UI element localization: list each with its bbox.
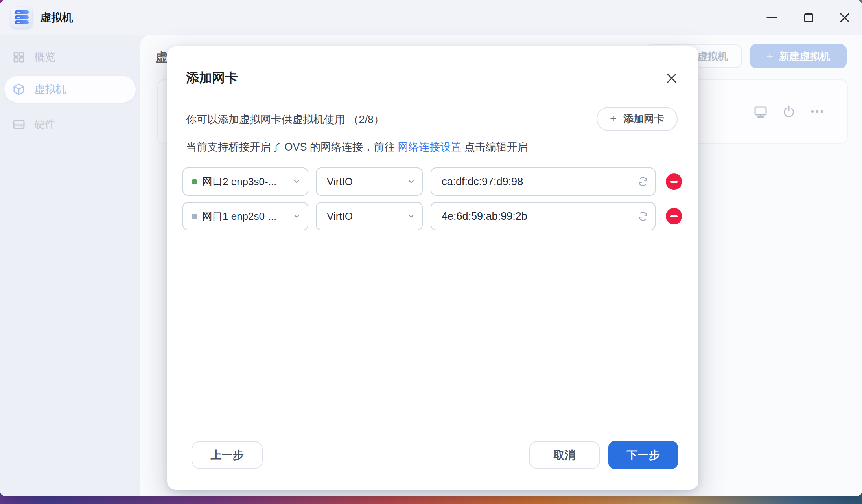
cancel-button[interactable]: 取消	[529, 441, 600, 469]
mac-address-input[interactable]	[431, 202, 656, 230]
model-select[interactable]: VirtIO	[316, 167, 423, 196]
sidebar-item-overview[interactable]: 概览	[4, 44, 136, 70]
chevron-down-icon	[294, 214, 300, 218]
plus-icon: +	[766, 50, 774, 63]
modal-title: 添加网卡	[186, 69, 238, 87]
create-vm-button-label: 新建虚拟机	[779, 50, 830, 63]
cancel-label: 取消	[554, 448, 576, 463]
mac-field-wrap	[431, 202, 656, 230]
note-prefix: 当前支持桥接开启了 OVS 的网络连接，前往	[186, 141, 398, 153]
close-window-button[interactable]	[838, 11, 851, 24]
maximize-icon	[804, 13, 813, 22]
cube-icon	[12, 83, 26, 96]
sidebar-item-hardware[interactable]: 硬件	[4, 111, 136, 138]
model-select-value: VirtIO	[327, 176, 353, 188]
desktop: 虚拟机 概览	[0, 0, 862, 504]
monitor-icon	[753, 104, 768, 120]
create-vm-button[interactable]: + 新建虚拟机	[750, 44, 847, 68]
status-dot	[192, 214, 197, 219]
maximize-button[interactable]	[802, 11, 815, 24]
power-icon	[781, 104, 797, 120]
port-select-value: 网口2 enp3s0-...	[202, 175, 276, 189]
add-nic-button-label: 添加网卡	[623, 112, 664, 126]
next-step-button[interactable]: 下一步	[608, 441, 678, 469]
grid-icon	[12, 50, 26, 64]
model-select-value: VirtIO	[327, 210, 353, 223]
network-settings-link[interactable]: 网络连接设置	[398, 141, 462, 153]
port-select-value: 网口1 enp2s0-...	[202, 210, 276, 223]
nic-row: 网口1 enp2s0-... VirtIO	[182, 202, 682, 230]
refresh-icon	[637, 176, 648, 187]
remove-nic-button[interactable]	[666, 173, 682, 190]
remove-nic-button[interactable]	[666, 208, 682, 224]
chevron-down-icon	[408, 180, 414, 184]
app-title: 虚拟机	[40, 10, 73, 25]
app-window: 虚拟机 概览	[0, 0, 862, 496]
chevron-down-icon	[294, 180, 300, 184]
ellipsis-icon	[809, 104, 826, 120]
plus-icon: +	[610, 112, 617, 125]
previous-step-label: 上一步	[211, 448, 244, 463]
titlebar: 虚拟机	[0, 0, 862, 35]
sidebar-item-label: 概览	[34, 50, 55, 64]
minimize-button[interactable]	[765, 11, 779, 24]
power-button[interactable]	[780, 103, 798, 120]
sidebar-item-label: 虚拟机	[34, 82, 66, 96]
close-icon	[839, 12, 850, 23]
close-icon	[666, 72, 678, 84]
modal-note: 当前支持桥接开启了 OVS 的网络连接，前往 网络连接设置 点击编辑开启	[186, 140, 528, 154]
sidebar-item-label: 硬件	[34, 117, 55, 131]
mac-address-input[interactable]	[431, 167, 656, 196]
nic-row: 网口2 enp3s0-... VirtIO	[182, 167, 682, 196]
modal-subtitle: 你可以添加虚拟网卡供虚拟机使用 （2/8）	[186, 112, 384, 127]
display-button[interactable]	[752, 103, 769, 120]
chevron-down-icon	[408, 214, 414, 218]
more-actions-button[interactable]	[809, 103, 826, 120]
port-select[interactable]: 网口1 enp2s0-...	[182, 202, 308, 230]
status-dot	[192, 179, 197, 184]
model-select[interactable]: VirtIO	[316, 202, 423, 230]
add-nic-button[interactable]: + 添加网卡	[597, 107, 678, 131]
drive-icon	[12, 118, 26, 131]
port-select[interactable]: 网口2 enp3s0-...	[182, 167, 308, 196]
app-logo-icon	[11, 7, 32, 28]
modal-close-button[interactable]	[665, 72, 678, 85]
add-nic-modal: 添加网卡 你可以添加虚拟网卡供虚拟机使用 （2/8） + 添加网卡 当前支持桥接…	[167, 46, 698, 490]
previous-step-button[interactable]: 上一步	[192, 441, 263, 469]
sidebar-item-vm[interactable]: 虚拟机	[4, 76, 136, 103]
regenerate-mac-button[interactable]	[637, 176, 648, 187]
import-vm-button-label: 虚拟机	[697, 50, 728, 63]
regenerate-mac-button[interactable]	[637, 211, 648, 222]
minimize-icon	[766, 17, 777, 18]
refresh-icon	[637, 211, 648, 222]
note-suffix: 点击编辑开启	[462, 141, 529, 153]
mac-field-wrap	[431, 167, 656, 196]
next-step-label: 下一步	[627, 448, 660, 463]
